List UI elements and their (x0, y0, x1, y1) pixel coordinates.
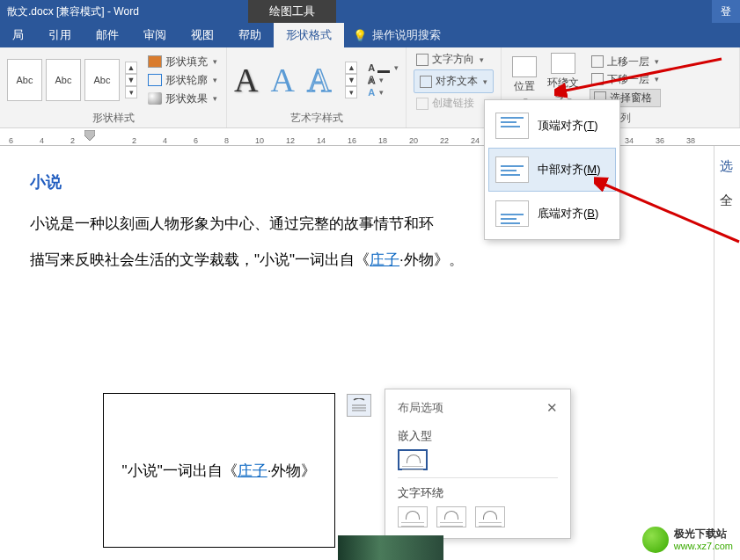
layout-wrap-square[interactable] (398, 506, 428, 527)
layout-options-popup: 布局选项 ✕ 嵌入型 文字环绕 (385, 389, 571, 539)
bulb-icon: 💡 (353, 29, 367, 42)
create-link-button[interactable]: 创建链接 (414, 95, 494, 112)
layout-wrap-through[interactable] (475, 506, 505, 527)
tab-references[interactable]: 引用 (36, 23, 84, 47)
image-fragment (338, 535, 443, 560)
textbox-content: "小说"一词出自《庄子·外物》 (122, 461, 317, 481)
layout-options-icon (350, 398, 368, 412)
login-button[interactable]: 登 (712, 0, 740, 23)
wordart-gallery-scroll[interactable]: ▲▼▾ (345, 62, 357, 98)
watermark-title: 极光下载站 (674, 527, 733, 540)
wrap-section-label: 文字环绕 (398, 485, 558, 501)
text-outline-button[interactable]: A▾ (368, 75, 399, 85)
align-middle-item[interactable]: 中部对齐(M) (488, 148, 616, 192)
ribbon: Abc Abc Abc ▲▼▾ 形状填充▾ 形状轮廓▾ 形状效果▾ 形状样式 A… (0, 47, 740, 128)
tab-help[interactable]: 帮助 (226, 23, 274, 47)
drawing-tools-context[interactable]: 绘图工具 (248, 0, 336, 23)
layout-inline-option[interactable] (398, 449, 428, 470)
position-button[interactable]: 位置▾ (509, 55, 540, 106)
divider (398, 477, 558, 478)
send-back-icon (591, 73, 604, 85)
shape-styles-group: Abc Abc Abc ▲▼▾ 形状填充▾ 形状轮廓▾ 形状效果▾ 形状样式 (0, 47, 227, 127)
watermark-logo-icon (642, 527, 669, 553)
wordart-group-label: 艺术字样式 (234, 109, 399, 126)
tab-review[interactable]: 审阅 (131, 23, 179, 47)
wordart-gallery[interactable]: A A A ▲▼▾ (234, 61, 357, 99)
ribbon-tabs: 局 引用 邮件 审阅 视图 帮助 形状格式 💡 操作说明搜索 (0, 23, 740, 47)
textbox-link[interactable]: 庄子 (238, 462, 267, 479)
gallery-scroll[interactable]: ▲▼▾ (125, 62, 137, 98)
side-pane-all[interactable]: 全 (720, 193, 735, 209)
shape-style-preset-3[interactable]: Abc (84, 59, 120, 101)
shape-outline-button[interactable]: 形状轮廓▾ (146, 72, 219, 89)
watermark-url: www.xz7.com (674, 541, 733, 552)
bring-forward-button[interactable]: 上移一层▾ (590, 54, 661, 70)
align-top-item[interactable]: 顶端对齐(T) (488, 104, 616, 148)
layout-popup-title: 布局选项 (398, 400, 443, 416)
text-effects-button[interactable]: A▾ (368, 87, 399, 98)
shape-styles-group-label: 形状样式 (7, 109, 219, 126)
position-icon (512, 56, 537, 77)
watermark: 极光下载站 www.xz7.com (642, 527, 733, 553)
align-middle-label: 中部对齐(M) (538, 162, 601, 178)
tab-layout[interactable]: 局 (0, 23, 36, 47)
align-top-label: 顶端对齐(T) (538, 118, 598, 134)
link-zhuangzi[interactable]: 庄子 (370, 251, 399, 268)
shape-style-preset-2[interactable]: Abc (46, 59, 81, 101)
tell-me-label: 操作说明搜索 (372, 27, 441, 43)
svg-marker-0 (84, 130, 95, 141)
ruler[interactable]: 6422468101214161820222426283032343638 (0, 128, 740, 146)
doc-title: 散文.docx [兼容模式] - Word (0, 4, 139, 19)
layout-options-button[interactable] (347, 394, 371, 417)
textbox-shape[interactable]: "小说"一词出自《庄子·外物》 (103, 393, 335, 548)
document-area[interactable]: 小说 小说是一种以刻画人物形象为中心、通过完整的故事情节和环 描写来反映社会生活… (0, 146, 740, 296)
wordart-preset-1[interactable]: A (234, 61, 258, 99)
align-text-icon (420, 76, 432, 88)
text-direction-button[interactable]: 文字方向▾ (414, 51, 494, 68)
text-direction-icon (416, 54, 429, 66)
link-icon (416, 98, 429, 110)
shape-effects-button[interactable]: 形状效果▾ (146, 91, 219, 107)
shape-style-preset-1[interactable]: Abc (7, 59, 42, 101)
align-bottom-label: 底端对齐(B) (538, 206, 598, 222)
shape-fill-button[interactable]: 形状填充▾ (146, 54, 219, 70)
outline-icon (148, 74, 162, 86)
align-middle-icon (495, 156, 529, 183)
text-fill-button[interactable]: A▾ (368, 62, 399, 73)
send-backward-button[interactable]: 下移一层▾ (590, 71, 661, 88)
wrap-icon (551, 53, 575, 74)
paragraph-2: 描写来反映社会生活的文学裁载，"小说"一词出自《庄子·外物》。 (30, 243, 672, 279)
effects-icon (148, 92, 162, 105)
fill-icon (148, 55, 162, 68)
shape-style-gallery[interactable]: Abc Abc Abc ▲▼▾ (7, 59, 137, 101)
selection-side-pane: 选 全 (714, 146, 740, 560)
wordart-preset-3[interactable]: A (307, 61, 331, 99)
title-bar: 散文.docx [兼容模式] - Word 绘图工具 登 (0, 0, 740, 23)
tell-me-search[interactable]: 💡 操作说明搜索 (344, 23, 450, 47)
tab-shape-format[interactable]: 形状格式 (274, 23, 344, 47)
layout-wrap-tight[interactable] (436, 506, 466, 527)
align-text-menu: 顶端对齐(T) 中部对齐(M) 底端对齐(B) (484, 99, 620, 240)
indent-marker[interactable] (84, 130, 95, 142)
align-text-button[interactable]: 对齐文本▾ (414, 69, 494, 93)
inline-section-label: 嵌入型 (398, 428, 558, 444)
bring-fwd-icon (591, 55, 604, 68)
wordart-group: A A A ▲▼▾ A▾ A▾ A▾ 艺术字样式 (227, 47, 407, 127)
tab-mailings[interactable]: 邮件 (84, 23, 131, 47)
align-top-icon (495, 113, 529, 139)
wordart-preset-2[interactable]: A (270, 61, 294, 99)
side-pane-title: 选 (720, 158, 735, 175)
tab-view[interactable]: 视图 (179, 23, 226, 47)
align-bottom-icon (495, 200, 529, 227)
align-bottom-item[interactable]: 底端对齐(B) (488, 192, 616, 236)
close-icon[interactable]: ✕ (546, 400, 558, 416)
